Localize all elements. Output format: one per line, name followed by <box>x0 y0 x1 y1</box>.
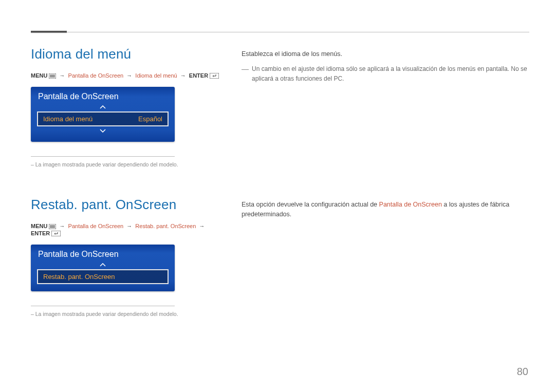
bc-menu-label: MENU <box>31 223 47 229</box>
page-container: Idioma del menú MENU → Pantalla de OnScr… <box>0 0 555 333</box>
osd-row-restab[interactable]: Restab. pant. OnScreen <box>37 269 169 284</box>
section-restab: Restab. pant. OnScreen MENU → Pantalla d… <box>31 197 529 318</box>
section1-osd-panel: Pantalla de OnScreen Idioma del menú Esp… <box>31 87 175 142</box>
page-number: 80 <box>517 366 528 378</box>
section1-left: Idioma del menú MENU → Pantalla de OnScr… <box>31 46 221 169</box>
enter-icon <box>51 231 61 237</box>
enter-icon <box>210 73 219 80</box>
osd-row-label: Idioma del menú <box>43 115 92 123</box>
section1-breadcrumb: MENU → Pantalla de OnScreen → Idioma del… <box>31 72 221 80</box>
note-dash-icon: ― <box>242 64 249 83</box>
bc-item-0: Pantalla de OnScreen <box>68 223 124 229</box>
osd-panel-title: Pantalla de OnScreen <box>37 250 169 259</box>
section2-title: Restab. pant. OnScreen <box>31 197 221 213</box>
bc-arrow: → <box>58 223 67 229</box>
section1-note-text: Un cambio en el ajuste del idioma sólo s… <box>252 64 529 83</box>
section-idioma: Idioma del menú MENU → Pantalla de OnScr… <box>31 46 529 169</box>
osd-row-idioma[interactable]: Idioma del menú Español <box>37 111 169 126</box>
section1-note: ― Un cambio en el ajuste del idioma sólo… <box>242 64 529 83</box>
section1-footnote: – La imagen mostrada puede variar depend… <box>31 161 185 169</box>
section2-right: Esta opción devuelve la configuración ac… <box>242 197 529 318</box>
bc-arrow: → <box>197 223 206 229</box>
section2-desc-pre: Esta opción devuelve la configuración ac… <box>242 201 379 208</box>
bc-arrow: → <box>125 223 134 229</box>
bc-enter-label: ENTER <box>189 72 208 79</box>
section2-footnote: – La imagen mostrada puede variar depend… <box>31 310 185 318</box>
footnote-rule <box>31 306 175 306</box>
section2-left: Restab. pant. OnScreen MENU → Pantalla d… <box>31 197 221 318</box>
section1-right: Establezca el idioma de los menús. ― Un … <box>242 46 529 169</box>
bc-item-1: Restab. pant. OnScreen <box>135 223 196 229</box>
chevron-up-icon[interactable] <box>37 261 169 269</box>
osd-panel-title: Pantalla de OnScreen <box>37 92 169 101</box>
section2-desc: Esta opción devuelve la configuración ac… <box>242 200 529 220</box>
chevron-up-icon[interactable] <box>37 103 169 111</box>
bc-item-0: Pantalla de OnScreen <box>68 72 124 79</box>
osd-row-label: Restab. pant. OnScreen <box>43 273 115 281</box>
bc-menu-label: MENU <box>31 72 47 79</box>
chevron-down-icon[interactable] <box>37 126 169 135</box>
menu-icon <box>49 224 56 230</box>
bc-enter-label: ENTER <box>31 230 50 236</box>
bc-arrow: → <box>179 72 188 79</box>
osd-row-value: Español <box>138 115 162 123</box>
section2-desc-highlight: Pantalla de OnScreen <box>379 201 442 208</box>
footnote-rule <box>31 156 175 157</box>
bc-item-1: Idioma del menú <box>135 72 177 79</box>
section2-osd-panel: Pantalla de OnScreen Restab. pant. OnScr… <box>31 245 175 291</box>
bc-arrow: → <box>58 72 67 79</box>
section1-title: Idioma del menú <box>31 46 221 62</box>
section2-breadcrumb: MENU → Pantalla de OnScreen → Restab. pa… <box>31 223 221 237</box>
section-gap <box>31 169 529 197</box>
top-rule <box>31 32 529 32</box>
section1-desc: Establezca el idioma de los menús. <box>242 49 529 59</box>
bc-arrow: → <box>125 72 134 79</box>
menu-icon <box>49 73 56 80</box>
